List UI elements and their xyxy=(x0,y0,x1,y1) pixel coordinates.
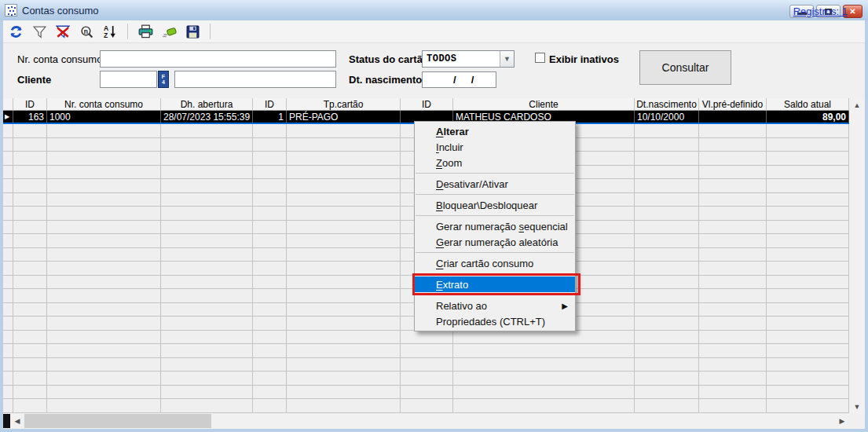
grid-cell[interactable] xyxy=(47,317,161,331)
grid-cell[interactable] xyxy=(287,386,401,400)
grid-cell[interactable] xyxy=(3,331,13,345)
column-header[interactable]: Nr. conta consumo xyxy=(47,98,161,111)
grid-cell[interactable] xyxy=(401,344,453,358)
grid-cell[interactable] xyxy=(253,399,287,413)
grid-cell[interactable] xyxy=(699,399,767,413)
grid-cell[interactable] xyxy=(161,166,253,180)
grid-cell[interactable] xyxy=(13,193,47,207)
grid-cell[interactable] xyxy=(253,317,287,331)
grid-cell[interactable] xyxy=(287,399,401,413)
grid-cell[interactable] xyxy=(253,386,287,400)
empty-grid-row[interactable] xyxy=(3,358,849,372)
column-header[interactable]: ID xyxy=(253,98,287,111)
grid-cell[interactable] xyxy=(3,344,13,358)
grid-cell[interactable] xyxy=(767,221,849,235)
scroll-right-icon[interactable]: ▶ xyxy=(835,414,849,428)
grid-cell[interactable] xyxy=(699,331,767,345)
grid-cell[interactable] xyxy=(47,399,161,413)
grid-cell[interactable] xyxy=(767,248,849,262)
grid-cell[interactable] xyxy=(47,152,161,166)
grid-cell[interactable] xyxy=(13,124,47,138)
grid-cell[interactable] xyxy=(699,344,767,358)
grid-cell[interactable] xyxy=(767,303,849,317)
scroll-down-icon[interactable]: ▼ xyxy=(849,400,865,413)
grid-cell[interactable] xyxy=(401,372,453,386)
grid-cell[interactable] xyxy=(287,152,401,166)
grid-cell[interactable] xyxy=(635,207,699,221)
grid-cell[interactable] xyxy=(767,179,849,193)
grid-cell[interactable] xyxy=(635,124,699,138)
grid-cell[interactable] xyxy=(13,166,47,180)
grid-cell[interactable] xyxy=(635,372,699,386)
grid-cell[interactable]: PRÉ-PAGO xyxy=(287,111,401,123)
grid-cell[interactable] xyxy=(699,276,767,290)
grid-cell[interactable] xyxy=(47,358,161,372)
grid-cell[interactable] xyxy=(47,248,161,262)
scroll-up-icon[interactable]: ▲ xyxy=(849,98,865,112)
grid-cell[interactable] xyxy=(3,372,13,386)
grid-cell[interactable] xyxy=(635,179,699,193)
grid-cell[interactable] xyxy=(161,344,253,358)
grid-cell[interactable] xyxy=(287,207,401,221)
empty-grid-row[interactable] xyxy=(3,331,849,345)
grid-cell[interactable] xyxy=(287,358,401,372)
grid-cell[interactable] xyxy=(635,317,699,331)
erase-icon[interactable] xyxy=(161,24,177,39)
grid-cell[interactable] xyxy=(161,193,253,207)
cliente-code-input[interactable] xyxy=(100,71,157,88)
grid-cell[interactable] xyxy=(161,221,253,235)
grid-cell[interactable] xyxy=(635,276,699,290)
dt-nascimento-input[interactable] xyxy=(422,71,496,88)
grid-cell[interactable] xyxy=(699,358,767,372)
grid-cell[interactable] xyxy=(453,344,635,358)
grid-cell[interactable] xyxy=(635,193,699,207)
column-header[interactable]: Tp.cartão xyxy=(287,98,401,111)
print-icon[interactable] xyxy=(137,24,153,39)
grid-cell[interactable] xyxy=(253,344,287,358)
grid-cell[interactable] xyxy=(161,331,253,345)
grid-cell[interactable] xyxy=(699,289,767,303)
grid-cell[interactable] xyxy=(3,138,13,152)
menu-item-incluir[interactable]: Incluir xyxy=(415,139,575,155)
row-indicator-header[interactable] xyxy=(3,98,13,111)
grid-cell[interactable] xyxy=(635,234,699,248)
scrollbar-thumb[interactable] xyxy=(24,414,211,428)
grid-cell[interactable] xyxy=(767,262,849,276)
grid-cell[interactable] xyxy=(3,221,13,235)
grid-cell[interactable] xyxy=(13,331,47,345)
grid-cell[interactable] xyxy=(253,234,287,248)
grid-cell[interactable] xyxy=(287,331,401,345)
grid-cell[interactable] xyxy=(13,221,47,235)
grid-cell[interactable] xyxy=(453,331,635,345)
grid-cell[interactable] xyxy=(3,193,13,207)
grid-cell[interactable] xyxy=(3,248,13,262)
grid-header-row[interactable]: IDNr. conta consumoDh. aberturaIDTp.cart… xyxy=(3,98,849,111)
grid-cell[interactable] xyxy=(699,166,767,180)
horizontal-scrollbar[interactable]: ◀ ▶ xyxy=(3,414,849,428)
grid-cell[interactable] xyxy=(161,124,253,138)
grid-cell[interactable] xyxy=(3,358,13,372)
grid-cell[interactable] xyxy=(699,221,767,235)
filter-icon[interactable] xyxy=(31,24,47,39)
grid-cell[interactable] xyxy=(47,276,161,290)
grid-cell[interactable] xyxy=(13,372,47,386)
current-row-indicator[interactable]: ▶ xyxy=(3,111,13,123)
grid-cell[interactable] xyxy=(3,234,13,248)
empty-grid-row[interactable] xyxy=(3,344,849,358)
grid-cell[interactable] xyxy=(3,124,13,138)
grid-cell[interactable] xyxy=(47,193,161,207)
grid-cell[interactable] xyxy=(635,303,699,317)
grid-cell[interactable] xyxy=(635,138,699,152)
clear-filter-icon[interactable] xyxy=(55,24,71,39)
grid-cell[interactable] xyxy=(161,317,253,331)
grid-cell[interactable] xyxy=(767,276,849,290)
menu-item-gerar-numera-o-sequencial[interactable]: Gerar numeração sequencial xyxy=(415,218,575,234)
column-header[interactable]: ID xyxy=(401,98,453,111)
menu-item-desativar-ativar[interactable]: Desativar/Ativar xyxy=(415,176,575,192)
grid-cell[interactable] xyxy=(287,124,401,138)
grid-cell[interactable] xyxy=(13,248,47,262)
grid-cell[interactable] xyxy=(253,372,287,386)
title-bar[interactable]: Contas consumo ✕ xyxy=(0,0,868,20)
grid-cell[interactable] xyxy=(699,124,767,138)
grid-cell[interactable] xyxy=(767,193,849,207)
